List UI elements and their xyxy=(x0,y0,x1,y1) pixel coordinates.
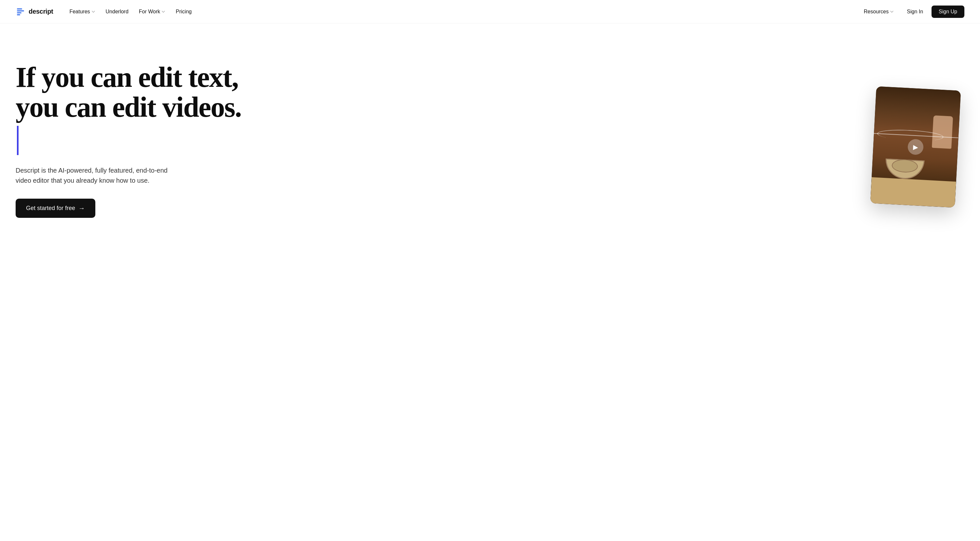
nav-pricing[interactable]: Pricing xyxy=(171,6,196,17)
features-chevron-icon xyxy=(91,10,95,14)
video-preview-card[interactable]: ▶ xyxy=(870,86,961,208)
arrow-icon: → xyxy=(78,205,85,212)
hero-content: If you can edit text, you can edit video… xyxy=(16,49,243,218)
for-work-chevron-icon xyxy=(161,10,165,14)
cta-button[interactable]: Get started for free → xyxy=(16,199,95,218)
navbar: descript Features Underlord For Work Pri… xyxy=(0,0,980,24)
nav-underlord[interactable]: Underlord xyxy=(101,6,133,17)
counter-shape xyxy=(870,177,956,208)
hand-shape xyxy=(932,116,953,149)
svg-rect-0 xyxy=(17,8,22,10)
sign-in-button[interactable]: Sign In xyxy=(901,6,929,17)
svg-rect-2 xyxy=(17,12,21,13)
text-cursor xyxy=(17,126,19,155)
sign-up-button[interactable]: Sign Up xyxy=(932,6,964,18)
hero-subtitle: Descript is the AI-powered, fully featur… xyxy=(16,165,185,186)
video-card-inner: ▶ xyxy=(870,86,961,208)
logo-icon xyxy=(16,6,26,17)
nav-links: Features Underlord For Work Pricing xyxy=(65,6,196,17)
logo-text: descript xyxy=(29,8,53,15)
hero-section: If you can edit text, you can edit video… xyxy=(0,24,980,541)
nav-for-work[interactable]: For Work xyxy=(134,6,170,17)
resources-chevron-icon xyxy=(890,10,894,14)
hero-title: If you can edit text, you can edit video… xyxy=(16,62,243,155)
nav-features[interactable]: Features xyxy=(65,6,100,17)
nav-left: descript Features Underlord For Work Pri… xyxy=(16,6,196,17)
svg-rect-3 xyxy=(17,14,20,15)
svg-rect-1 xyxy=(17,10,24,11)
hero-visual: ▶ xyxy=(873,89,964,205)
nav-resources[interactable]: Resources xyxy=(859,6,898,17)
nav-right: Resources Sign In Sign Up xyxy=(859,6,964,18)
logo[interactable]: descript xyxy=(16,6,53,17)
